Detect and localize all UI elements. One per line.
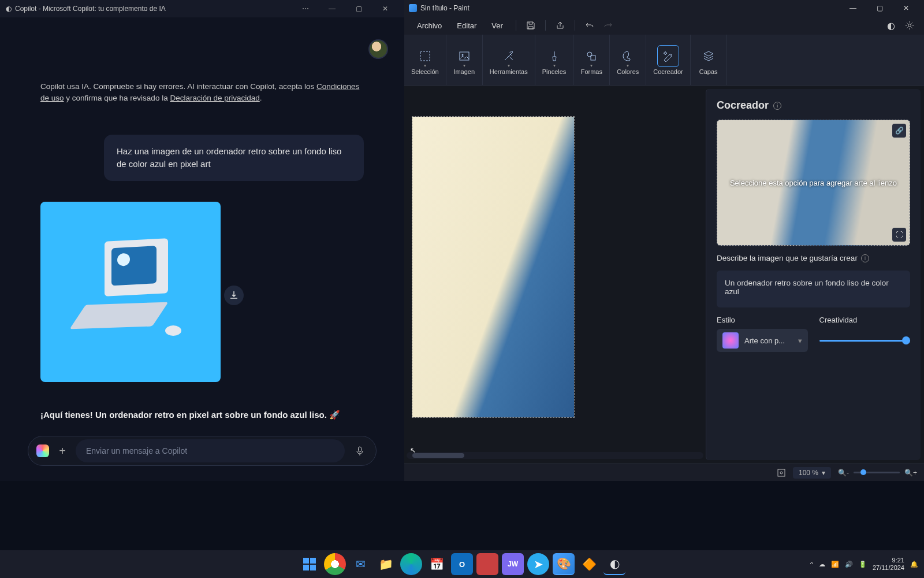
ribbon-formas[interactable]: ▾Formas [573,35,610,85]
ribbon-imagen-label: Imagen [453,68,475,75]
tray-volume-icon[interactable]: 🔊 [845,561,853,568]
svg-point-8 [780,472,783,474]
creativity-label: Creatividad [819,316,911,324]
horizontal-scrollbar[interactable] [407,452,703,459]
copilot-title: ◐ Copilot - Microsoft Copilot: tu comple… [6,5,292,13]
taskbar-chrome[interactable] [324,553,346,575]
paint-maximize-button[interactable]: ▢ [866,0,893,16]
taskbar-app2[interactable]: JW [502,553,524,575]
taskbar-outlook[interactable]: O [451,553,473,575]
minimize-button[interactable]: — [319,0,345,17]
maximize-button[interactable]: ▢ [345,0,372,17]
ribbon-capas[interactable]: Capas [691,35,727,85]
cocreator-icon [662,50,675,62]
taskbar-app1[interactable] [476,553,498,575]
privacy-link[interactable]: Declaración de privacidad [170,94,259,102]
menu-file[interactable]: Archivo [410,18,449,34]
save-button[interactable] [522,17,539,34]
zoom-select[interactable]: 100 %▾ [793,467,831,479]
undo-button[interactable] [581,17,598,34]
taskbar-copilot[interactable]: ◐ [603,553,625,575]
ribbon-formas-label: Formas [581,68,602,75]
share-button[interactable] [552,17,569,34]
svg-point-1 [908,24,911,27]
zoom-out-button[interactable]: 🔍- [838,469,849,477]
copilot-input-bar: + Enviar un mensaje a Copilot [28,436,377,466]
taskbar-edge[interactable] [400,553,422,575]
copilot-hint-button[interactable]: ◐ [882,17,900,34]
microphone-button[interactable] [352,443,368,459]
ribbon-imagen[interactable]: ▾Imagen [446,35,483,85]
message-input[interactable]: Enviar un mensaje a Copilot [76,439,345,462]
prompt-input[interactable]: Un ordenador retro sobre un fondo liso d… [717,271,910,307]
ribbon-cocreador-label: Cocreador [653,68,683,75]
save-icon [526,21,535,30]
style-value: Arte con p... [744,336,785,345]
taskbar-mail[interactable]: ✉ [349,553,371,575]
ribbon-cocreador[interactable]: Cocreador [646,35,690,85]
settings-button[interactable] [901,17,918,34]
ribbon-pinceles[interactable]: ▾Pinceles [535,35,574,85]
ribbon-herramientas-label: Herramientas [490,68,528,75]
describe-label: Describe la imagen que te gustaría crear… [717,254,910,262]
clock[interactable]: 9:21 27/11/2024 [873,557,904,572]
generated-image[interactable] [40,202,221,382]
disclaimer-mid: y confirma que ha revisado la [64,94,170,102]
more-button[interactable]: ⋯ [292,0,319,17]
menu-view[interactable]: Ver [485,18,510,34]
preview-link-button[interactable]: 🔗 [892,124,906,138]
taskbar-paint[interactable]: 🎨 [553,553,575,575]
response-caption: ¡Aquí tienes! Un ordenador retro en pixe… [40,410,364,420]
close-button[interactable]: ✕ [372,0,398,17]
copilot-logo-icon[interactable] [36,444,49,457]
tray-cloud-icon[interactable]: ☁ [819,561,825,568]
info-icon[interactable]: i [773,102,781,110]
taskbar-telegram[interactable]: ➤ [527,553,549,575]
zoom-controls: 🔍- 🔍+ [838,469,917,477]
taskbar-explorer[interactable]: 📁 [375,553,397,575]
style-select[interactable]: Arte con p... ▾ [717,329,808,352]
zoom-in-button[interactable]: 🔍+ [904,469,917,477]
creativity-slider[interactable] [819,329,911,352]
preview-expand-button[interactable]: ⛶ [892,228,906,242]
preview-area[interactable]: 🔗 Seleccione esta opción para agregar ar… [717,120,910,246]
ribbon-colores-label: Colores [617,68,639,75]
menu-edit[interactable]: Editar [450,18,483,34]
chevron-down-icon: ▾ [798,336,802,345]
paint-close-button[interactable]: ✕ [893,0,919,16]
zoom-slider[interactable] [854,472,900,473]
separator [545,20,546,31]
download-icon [229,291,239,300]
selection-icon [419,50,431,62]
ribbon-colores[interactable]: ▾Colores [610,35,646,85]
tray-wifi-icon[interactable]: 📶 [831,561,839,568]
info-icon[interactable]: i [861,254,869,262]
shapes-icon [585,50,598,62]
ribbon-pinceles-label: Pinceles [542,68,567,75]
user-avatar[interactable] [368,39,388,59]
canvas-zone: ↖ [404,86,706,464]
paint-minimize-button[interactable]: — [840,0,866,16]
start-button[interactable] [299,553,321,575]
download-button[interactable] [224,286,244,305]
add-attachment-button[interactable]: + [56,444,69,457]
ribbon-herramientas[interactable]: ▾Herramientas [483,35,535,85]
scrollbar-thumb[interactable] [412,453,464,458]
separator [516,20,516,31]
tray-battery-icon[interactable]: 🔋 [859,561,867,568]
fit-button[interactable] [777,468,786,477]
tools-icon [502,50,515,62]
taskbar-calendar[interactable]: 📅 [426,553,448,575]
notifications-button[interactable]: 🔔 [910,561,918,568]
taskbar-app3[interactable]: 🔶 [578,553,600,575]
separator [575,20,575,31]
layers-icon [702,50,715,62]
preview-hint: Seleccione esta opción para agregar arte… [718,179,908,187]
canvas[interactable] [412,117,574,417]
copilot-window: ◐ Copilot - Microsoft Copilot: tu comple… [0,0,404,481]
ribbon-seleccion[interactable]: ▾Selección [404,35,446,85]
zoom-value: 100 % [799,469,818,477]
cursor-indicator: ↖ [410,446,416,454]
redo-button[interactable] [599,17,617,34]
tray-chevron[interactable]: ^ [810,561,813,568]
